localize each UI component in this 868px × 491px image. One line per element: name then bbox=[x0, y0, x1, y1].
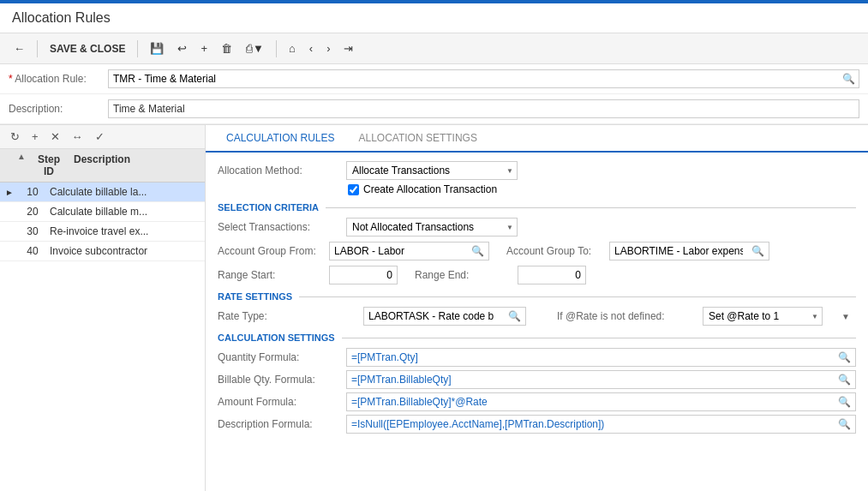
account-group-to-field[interactable]: 🔍 bbox=[609, 242, 769, 260]
row-desc: Calculate billable m... bbox=[50, 206, 200, 218]
add-button[interactable]: + bbox=[195, 39, 213, 58]
if-rate-dropdown-arrow: ▼ bbox=[841, 312, 850, 321]
toolbar-divider-1 bbox=[37, 40, 38, 57]
undo-button[interactable]: ↩ bbox=[172, 39, 192, 58]
amount-formula-field[interactable]: 🔍 bbox=[346, 392, 856, 411]
if-rate-select-wrap: Set @Rate to 1 Use Default Rate Skip bbox=[703, 307, 823, 326]
table-row[interactable]: 30 Re-invoice travel ex... bbox=[0, 222, 205, 242]
left-toolbar: ↻ + ✕ ↔ ✓ bbox=[0, 125, 205, 149]
copy-button[interactable]: ⎙▼ bbox=[241, 39, 269, 58]
account-group-from-label: Account Group From: bbox=[218, 245, 329, 257]
account-group-to-input[interactable] bbox=[610, 243, 747, 260]
description-formula-search-icon[interactable]: 🔍 bbox=[834, 416, 855, 432]
amount-formula-input[interactable] bbox=[347, 393, 834, 410]
table-row[interactable]: 40 Invoice subcontractor bbox=[0, 242, 205, 261]
account-group-from-search-icon[interactable]: 🔍 bbox=[467, 243, 488, 259]
rate-type-input[interactable] bbox=[364, 308, 504, 325]
quantity-formula-field[interactable]: 🔍 bbox=[346, 348, 856, 367]
quantity-formula-label: Quantity Formula: bbox=[218, 351, 346, 363]
amount-formula-label: Amount Formula: bbox=[218, 396, 346, 408]
account-group-from-item: Account Group From: 🔍 bbox=[218, 242, 489, 260]
create-allocation-label: Create Allocation Transaction bbox=[363, 183, 497, 195]
description-input[interactable] bbox=[108, 99, 859, 118]
select-transactions-label: Select Transactions: bbox=[218, 221, 346, 233]
range-row: Range Start: Range End: bbox=[218, 266, 856, 284]
quantity-formula-row: Quantity Formula: 🔍 bbox=[218, 348, 856, 367]
allocation-method-select[interactable]: Allocate Transactions Not Allocated Tran… bbox=[346, 161, 518, 180]
section-label-calc: CALCULATION SETTINGS bbox=[218, 332, 335, 343]
last-button[interactable]: ⇥ bbox=[338, 39, 358, 58]
main-content: ↻ + ✕ ↔ ✓ ▲ StepID Description ► 10 Calc… bbox=[0, 125, 868, 491]
allocation-rule-row: * Allocation Rule: 🔍 bbox=[0, 64, 868, 94]
allocation-method-select-wrap: Allocate Transactions Not Allocated Tran… bbox=[346, 161, 518, 180]
quantity-formula-input[interactable] bbox=[347, 349, 834, 366]
table-row[interactable]: ► 10 Calculate billable la... bbox=[0, 183, 205, 202]
create-allocation-row: Create Allocation Transaction bbox=[218, 183, 856, 195]
row-desc: Re-invoice travel ex... bbox=[50, 225, 200, 237]
billable-qty-field[interactable]: 🔍 bbox=[346, 370, 856, 389]
if-rate-label: If @Rate is not defined: bbox=[557, 310, 685, 322]
rate-type-search-icon[interactable]: 🔍 bbox=[504, 308, 525, 324]
allocation-method-label: Allocation Method: bbox=[218, 165, 346, 177]
save-button[interactable]: 💾 bbox=[145, 39, 169, 58]
row-step: 40 bbox=[15, 245, 50, 257]
allocation-rule-input[interactable] bbox=[109, 70, 839, 87]
billable-qty-label: Billable Qty. Formula: bbox=[218, 374, 346, 386]
account-group-to-item: Account Group To: 🔍 bbox=[506, 242, 769, 260]
billable-qty-formula-row: Billable Qty. Formula: 🔍 bbox=[218, 370, 856, 389]
back-button[interactable]: ← bbox=[9, 39, 30, 58]
range-end-input[interactable] bbox=[518, 266, 586, 284]
grid-rows: ► 10 Calculate billable la... 20 Calcula… bbox=[0, 183, 205, 491]
range-end-item: Range End: bbox=[415, 266, 586, 284]
account-group-row: Account Group From: 🔍 Account Group To: … bbox=[218, 242, 856, 260]
right-panel: CALCULATION RULES ALLOCATION SETTINGS Al… bbox=[206, 125, 868, 491]
account-group-from-field[interactable]: 🔍 bbox=[329, 242, 489, 260]
fit-col-btn[interactable]: ↔ bbox=[69, 129, 87, 145]
account-group-to-search-icon[interactable]: 🔍 bbox=[747, 243, 769, 259]
refresh-left-btn[interactable]: ↻ bbox=[7, 129, 23, 145]
page-title: Allocation Rules bbox=[12, 10, 856, 26]
billable-qty-search-icon[interactable]: 🔍 bbox=[834, 372, 855, 387]
quantity-formula-search-icon[interactable]: 🔍 bbox=[834, 350, 855, 365]
account-group-to-label: Account Group To: bbox=[506, 245, 609, 257]
next-button[interactable]: › bbox=[321, 39, 335, 58]
export-btn[interactable]: ✓ bbox=[92, 129, 108, 145]
account-group-from-input[interactable] bbox=[330, 243, 467, 260]
billable-qty-input[interactable] bbox=[347, 371, 834, 388]
select-transactions-row: Select Transactions: Not Allocated Trans… bbox=[218, 218, 856, 237]
delete-button[interactable]: 🗑 bbox=[216, 39, 237, 58]
first-button[interactable]: ⌂ bbox=[284, 39, 301, 58]
prev-button[interactable]: ‹ bbox=[304, 39, 318, 58]
tab-bar: CALCULATION RULES ALLOCATION SETTINGS bbox=[206, 125, 868, 153]
range-end-label: Range End: bbox=[415, 269, 518, 281]
rate-type-label: Rate Type: bbox=[218, 310, 346, 322]
grid-header: ▲ StepID Description bbox=[0, 149, 205, 183]
amount-formula-row: Amount Formula: 🔍 bbox=[218, 392, 856, 411]
rate-type-row: Rate Type: 🔍 If @Rate is not defined: Se… bbox=[218, 307, 856, 326]
amount-formula-search-icon[interactable]: 🔍 bbox=[834, 394, 855, 410]
remove-row-btn[interactable]: ✕ bbox=[47, 129, 63, 145]
calculation-settings-divider: CALCULATION SETTINGS bbox=[218, 332, 856, 343]
description-formula-input[interactable] bbox=[347, 416, 834, 433]
row-arrow-icon: ► bbox=[5, 188, 15, 197]
add-row-btn[interactable]: + bbox=[28, 129, 42, 145]
selection-criteria-divider: SELECTION CRITERIA bbox=[218, 202, 856, 213]
if-rate-select[interactable]: Set @Rate to 1 Use Default Rate Skip bbox=[703, 307, 823, 326]
select-transactions-select[interactable]: Not Allocated Transactions All Transacti… bbox=[346, 218, 518, 237]
table-row[interactable]: 20 Calculate billable m... bbox=[0, 202, 205, 222]
range-start-input[interactable] bbox=[329, 266, 398, 284]
description-row: Description: bbox=[0, 94, 868, 124]
allocation-rule-search-icon[interactable]: 🔍 bbox=[839, 71, 859, 87]
tab-allocation-settings[interactable]: ALLOCATION SETTINGS bbox=[346, 125, 488, 153]
save-close-button[interactable]: SAVE & CLOSE bbox=[45, 39, 130, 58]
left-panel: ↻ + ✕ ↔ ✓ ▲ StepID Description ► 10 Calc… bbox=[0, 125, 206, 491]
row-step: 10 bbox=[15, 186, 50, 198]
description-formula-field[interactable]: 🔍 bbox=[346, 415, 856, 434]
tab-calculation-rules[interactable]: CALCULATION RULES bbox=[214, 125, 346, 153]
rate-type-field[interactable]: 🔍 bbox=[363, 307, 526, 326]
create-allocation-checkbox[interactable] bbox=[348, 184, 359, 195]
main-toolbar: ← SAVE & CLOSE 💾 ↩ + 🗑 ⎙▼ ⌂ ‹ › ⇥ bbox=[0, 33, 868, 64]
allocation-rule-label: * Allocation Rule: bbox=[9, 73, 103, 85]
section-label-selection: SELECTION CRITERIA bbox=[218, 202, 319, 213]
allocation-rule-field[interactable]: 🔍 bbox=[108, 69, 859, 88]
